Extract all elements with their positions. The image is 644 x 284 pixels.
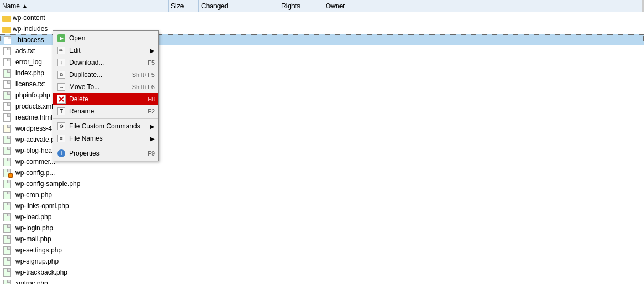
file-icon: [2, 69, 11, 78]
filenames-icon: ≡: [56, 133, 66, 143]
menu-item-delete[interactable]: Delete F8: [53, 93, 158, 105]
duplicate-icon: ⧉: [56, 70, 66, 80]
col-header-rights[interactable]: Rights: [279, 0, 323, 12]
col-size-label: Size: [171, 2, 184, 10]
folder-icon: [2, 24, 11, 33]
col-name-label: Name: [2, 2, 20, 10]
sort-arrow-icon: ▲: [22, 3, 28, 9]
shortcut-delete: F8: [148, 96, 155, 102]
file-icon: [2, 113, 11, 122]
menu-item-download[interactable]: ↓ Download... F5: [53, 56, 158, 69]
menu-separator: [53, 118, 158, 119]
file-icon: [2, 235, 11, 244]
menu-item-rename[interactable]: T Rename F2: [53, 105, 158, 117]
folder-icon: [2, 13, 11, 22]
menu-label-open: Open: [69, 34, 155, 42]
menu-label-move: Move To...: [69, 83, 127, 91]
col-header-name[interactable]: Name ▲: [0, 0, 169, 12]
menu-label-rename: Rename: [69, 107, 142, 115]
menu-separator-2: [53, 146, 158, 146]
file-icon: [2, 246, 11, 255]
menu-item-file-names[interactable]: ≡ File Names ▶: [53, 132, 158, 144]
list-item[interactable]: xmlrpc.php: [0, 278, 644, 284]
context-menu: ▶ Open ✏ Edit ▶ ↓ Download... F5 ⧉: [53, 30, 159, 161]
menu-label-properties: Properties: [69, 149, 142, 157]
list-item[interactable]: wp-settings.php: [0, 245, 644, 256]
file-icon: [2, 279, 11, 284]
download-icon: ↓: [56, 58, 66, 68]
menu-label-download: Download...: [69, 59, 142, 66]
menu-label-file-custom-commands: File Custom Commands: [69, 122, 148, 130]
shortcut-move: Shift+F6: [132, 84, 155, 90]
file-icon: [2, 102, 11, 111]
menu-label-delete: Delete: [69, 95, 142, 103]
file-icon: [2, 58, 11, 66]
menu-item-move[interactable]: → Move To... Shift+F6: [53, 81, 158, 93]
properties-icon: i: [56, 148, 66, 158]
file-icon: [2, 168, 11, 177]
file-icon: [3, 35, 12, 44]
col-header-changed[interactable]: Changed: [199, 0, 279, 12]
file-icon: [2, 135, 11, 144]
file-icon: [2, 213, 11, 221]
shortcut-properties: F9: [148, 150, 155, 157]
file-icon: [2, 124, 11, 133]
submenu-arrow: ▶: [150, 123, 155, 130]
shortcut-download: F5: [148, 59, 155, 66]
open-icon: ▶: [56, 33, 66, 43]
menu-item-edit[interactable]: ✏ Edit ▶: [53, 44, 158, 56]
filecommands-icon: ⚙: [56, 121, 66, 131]
col-rights-label: Rights: [281, 2, 300, 10]
file-icon: [2, 157, 11, 166]
column-headers: Name ▲ Size Changed Rights Owner: [0, 0, 644, 12]
col-changed-label: Changed: [201, 2, 228, 10]
edit-icon: ✏: [56, 45, 66, 55]
submenu-arrow: ▶: [150, 48, 155, 54]
delete-icon: [56, 94, 66, 104]
list-item[interactable]: wp-login.php: [0, 223, 644, 234]
file-icon: [2, 146, 11, 155]
list-item[interactable]: wp-links-opml.php: [0, 200, 644, 211]
list-item[interactable]: wp-mail.php: [0, 234, 644, 245]
menu-item-file-custom-commands[interactable]: ⚙ File Custom Commands ▶: [53, 120, 158, 132]
col-header-size[interactable]: Size: [169, 0, 199, 12]
shortcut-duplicate: Shift+F5: [132, 71, 155, 78]
menu-label-file-names: File Names: [69, 135, 148, 142]
list-item[interactable]: wp-content: [0, 12, 644, 23]
shortcut-rename: F2: [148, 108, 155, 115]
list-item[interactable]: wp-config.p...: [0, 167, 644, 178]
col-owner-label: Owner: [326, 2, 345, 10]
list-item[interactable]: wp-trackback.php: [0, 267, 644, 278]
file-icon: [2, 202, 11, 210]
file-icon: [2, 224, 11, 233]
list-item[interactable]: wp-config-sample.php: [0, 178, 644, 189]
menu-item-properties[interactable]: i Properties F9: [53, 147, 158, 159]
file-icon: [2, 257, 11, 266]
file-icon: [2, 268, 11, 277]
menu-item-duplicate[interactable]: ⧉ Duplicate... Shift+F5: [53, 69, 158, 81]
move-icon: →: [56, 82, 66, 92]
list-item[interactable]: wp-signup.php: [0, 256, 644, 267]
list-item[interactable]: wp-load.php: [0, 211, 644, 223]
menu-label-edit: Edit: [69, 47, 148, 54]
file-panel: Name ▲ Size Changed Rights Owner wp-cont…: [0, 0, 644, 284]
list-item[interactable]: wp-cron.php: [0, 189, 644, 200]
file-icon: [2, 80, 11, 89]
file-icon: [2, 91, 11, 100]
col-header-owner[interactable]: Owner: [323, 0, 368, 12]
file-icon: [2, 190, 11, 199]
file-icon: [2, 179, 11, 188]
menu-label-duplicate: Duplicate...: [69, 71, 127, 79]
rename-icon: T: [56, 106, 66, 116]
file-icon: [2, 47, 11, 55]
menu-item-open[interactable]: ▶ Open: [53, 32, 158, 44]
submenu-arrow: ▶: [150, 136, 155, 142]
